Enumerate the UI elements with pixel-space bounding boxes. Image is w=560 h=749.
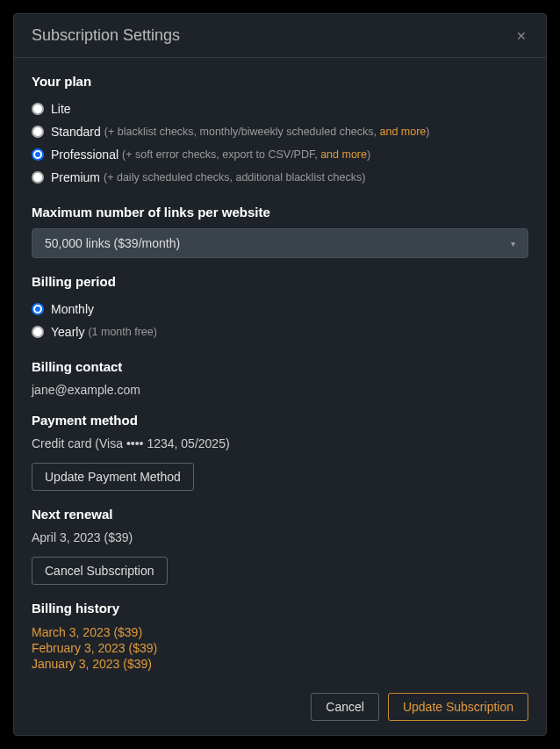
and-more-link[interactable]: and more [380, 126, 427, 138]
billing-contact-title: Billing contact [32, 359, 528, 374]
cancel-button[interactable]: Cancel [311, 693, 379, 721]
max-links-title: Maximum number of links per website [32, 205, 528, 220]
max-links-select[interactable]: 50,000 links ($39/month) ▾ [32, 228, 528, 258]
radio-icon [32, 326, 44, 338]
next-renewal-value: April 3, 2023 ($39) [32, 530, 528, 544]
plan-label: Professional [51, 148, 118, 162]
billing-sub: (1 month free) [88, 326, 157, 338]
payment-method-value: Credit card (Visa •••• 1234, 05/2025) [32, 436, 528, 450]
plan-sub: (+ blacklist checks, monthly/biweekly sc… [104, 126, 430, 138]
radio-icon [32, 103, 44, 115]
billing-contact-value: jane@example.com [32, 383, 528, 397]
update-payment-button[interactable]: Update Payment Method [32, 463, 194, 491]
plan-option-standard[interactable]: Standard (+ blacklist checks, monthly/bi… [32, 120, 528, 143]
plan-label: Lite [51, 102, 71, 116]
radio-icon [32, 171, 44, 184]
billing-period-monthly[interactable]: Monthly [32, 298, 528, 320]
billing-history-item[interactable]: March 3, 2023 ($39) [32, 624, 528, 640]
billing-history-item[interactable]: February 3, 2023 ($39) [32, 640, 528, 656]
close-icon[interactable]: ✕ [513, 27, 530, 45]
select-value: 50,000 links ($39/month) [45, 236, 180, 250]
billing-history-item[interactable]: January 3, 2023 ($39) [32, 656, 528, 672]
chevron-down-icon: ▾ [511, 239, 515, 248]
subscription-settings-dialog: Subscription Settings ✕ Your plan Lite S… [13, 13, 547, 736]
plan-option-lite[interactable]: Lite [32, 97, 528, 120]
dialog-title: Subscription Settings [32, 26, 180, 45]
billing-period-title: Billing period [32, 274, 528, 289]
billing-history-list: March 3, 2023 ($39) February 3, 2023 ($3… [32, 624, 528, 672]
payment-method-title: Payment method [32, 413, 528, 428]
plan-radio-group: Lite Standard (+ blacklist checks, month… [32, 97, 528, 189]
dialog-header: Subscription Settings ✕ [14, 14, 546, 58]
plan-option-premium[interactable]: Premium (+ daily scheduled checks, addit… [32, 166, 528, 189]
and-more-link[interactable]: and more [320, 148, 367, 161]
next-renewal-title: Next renewal [32, 507, 528, 522]
plan-option-professional[interactable]: Professional (+ soft error checks, expor… [32, 143, 528, 166]
dialog-body: Your plan Lite Standard (+ blacklist che… [14, 58, 546, 679]
billing-history-title: Billing history [32, 601, 528, 616]
plan-label: Premium [51, 170, 100, 184]
billing-period-yearly[interactable]: Yearly (1 month free) [32, 320, 528, 343]
radio-icon [32, 126, 44, 138]
plan-label: Standard [51, 125, 101, 139]
billing-period-group: Monthly Yearly (1 month free) [32, 298, 528, 343]
plan-sub: (+ daily scheduled checks, additional bl… [104, 171, 365, 184]
radio-icon [32, 148, 44, 161]
plan-sub: (+ soft error checks, export to CSV/PDF,… [122, 148, 370, 161]
update-subscription-button[interactable]: Update Subscription [388, 693, 528, 721]
billing-label: Monthly [51, 302, 94, 316]
radio-icon [32, 303, 44, 315]
your-plan-title: Your plan [32, 74, 528, 89]
cancel-subscription-button[interactable]: Cancel Subscription [32, 557, 168, 585]
billing-label: Yearly [51, 325, 84, 339]
dialog-footer: Cancel Update Subscription [14, 679, 546, 735]
